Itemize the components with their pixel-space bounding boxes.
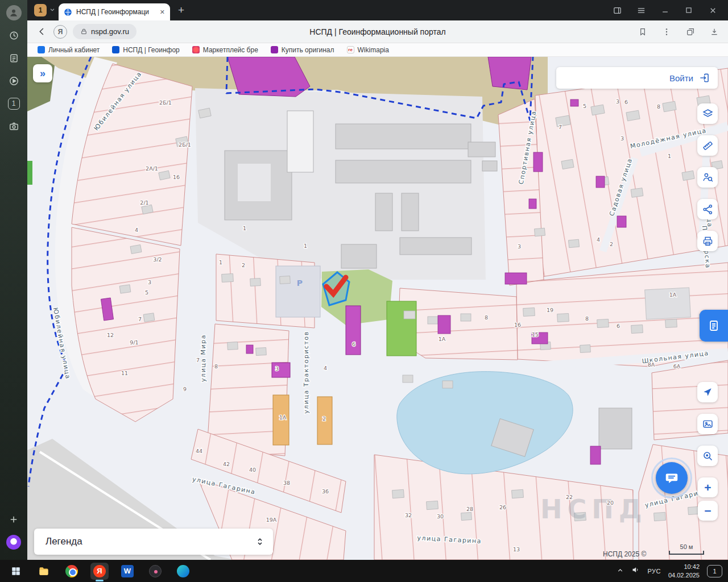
special-building — [596, 176, 605, 188]
building — [534, 228, 545, 236]
map-tools-bottom — [697, 382, 718, 466]
chrome-browser-icon[interactable] — [63, 563, 81, 580]
file-explorer-icon[interactable] — [35, 563, 53, 580]
parcel-number-label: 4 — [597, 236, 600, 243]
bookmark-favicon — [112, 46, 119, 53]
parcel-number-label: 2/1 — [140, 199, 148, 206]
building — [561, 159, 574, 169]
notification-center-button[interactable]: 1 — [707, 565, 722, 577]
specialist-search-button[interactable] — [697, 167, 718, 188]
bookmark-label: Маркетплейс бре — [203, 46, 258, 54]
notes-icon[interactable] — [4, 48, 23, 68]
building — [403, 375, 413, 383]
bookmark-item[interactable]: НСПД | Геоинфор — [112, 46, 179, 54]
add-panel-icon[interactable] — [4, 510, 23, 529]
browser-menu-icon[interactable] — [629, 0, 653, 20]
side-panel-icon[interactable] — [605, 0, 629, 20]
legend-panel[interactable]: Легенда — [34, 529, 273, 555]
start-button[interactable] — [7, 563, 25, 580]
building — [597, 319, 609, 327]
building — [654, 512, 666, 521]
bookmark-item[interactable]: Маркетплейс бре — [192, 46, 258, 54]
bookmark-item[interactable]: re Wikimapia — [347, 46, 389, 54]
chat-button[interactable] — [656, 462, 688, 494]
window-maximize-button[interactable] — [677, 0, 701, 20]
tab-title: НСПД | Геоинформаци — [76, 8, 156, 16]
edge-browser-icon[interactable] — [174, 563, 192, 580]
my-location-button[interactable] — [697, 382, 718, 402]
alice-assistant-icon[interactable] — [4, 533, 23, 552]
clock-date: 04.02.2025 — [668, 571, 700, 579]
browser-toolbar: Я nspd.gov.ru НСПД | Геоинформационный п… — [27, 20, 728, 43]
special-building — [533, 152, 543, 172]
address-bar[interactable]: nspd.gov.ru — [73, 24, 136, 39]
volume-icon[interactable] — [631, 566, 640, 576]
collections-icon[interactable] — [681, 23, 700, 41]
tab-close-icon[interactable]: ✕ — [160, 9, 165, 16]
dark-app-icon[interactable] — [146, 563, 164, 580]
tab-favicon — [64, 8, 72, 16]
yandex-button[interactable]: Я — [53, 25, 67, 39]
bookmark-label: Личный кабинет — [48, 46, 100, 54]
tray-expand-icon[interactable] — [617, 566, 624, 576]
url-text: nspd.gov.ru — [91, 27, 129, 36]
parcel-number-label: 1А — [279, 414, 287, 421]
window-close-button[interactable] — [701, 0, 725, 20]
zoom-out-button[interactable]: − — [698, 501, 718, 521]
extensions-menu-icon[interactable] — [657, 23, 676, 41]
parcel-number-label: 26 — [499, 504, 506, 510]
clock[interactable]: 10:42 04.02.2025 — [668, 563, 700, 579]
parcel-number-label: 20 — [607, 500, 614, 506]
profile-avatar[interactable] — [4, 3, 23, 22]
feedback-panel-tab[interactable] — [700, 310, 728, 342]
parcel-number-label: 5 — [145, 289, 148, 296]
login-bar[interactable]: Войти — [556, 67, 718, 89]
parcel-number-label: 11 — [121, 370, 128, 376]
tab-group-chevron-icon[interactable] — [49, 5, 55, 15]
building — [280, 276, 291, 284]
parcel-number-label: 8 — [485, 314, 488, 321]
building — [228, 342, 238, 350]
yandex-browser-icon[interactable]: Я — [90, 563, 109, 580]
media-play-icon[interactable] — [4, 71, 23, 90]
building — [626, 110, 640, 121]
bookmark-item[interactable]: Купить оригинал — [271, 46, 334, 54]
bookmark-label: НСПД | Геоинфор — [123, 46, 179, 54]
building — [665, 319, 677, 327]
map-viewport: НСПД Юбилейная улицаЮбилейная улицаулица… — [27, 57, 728, 560]
bookmark-flag-icon[interactable] — [634, 23, 652, 41]
parcel-number-label: 3 — [148, 279, 151, 285]
screenshot-icon[interactable] — [4, 117, 23, 136]
parcel-number-label: 40 — [249, 467, 256, 473]
zoom-in-button[interactable]: + — [698, 477, 718, 497]
panorama-button[interactable] — [697, 414, 718, 434]
special-building — [505, 273, 527, 284]
layers-button[interactable] — [697, 103, 718, 124]
active-tab[interactable]: НСПД | Геоинформаци ✕ — [59, 3, 170, 20]
language-indicator[interactable]: РУС — [647, 568, 661, 575]
building — [568, 239, 579, 248]
history-icon[interactable] — [4, 26, 23, 45]
tabs-counter[interactable]: 1 — [4, 94, 23, 113]
window-minimize-button[interactable] — [653, 0, 677, 20]
share-button[interactable] — [697, 199, 718, 219]
parcel-number-label: 8А — [648, 361, 655, 368]
parcel-number-label: 6А — [673, 363, 681, 369]
word-icon[interactable]: W — [118, 563, 136, 580]
expand-sidebar-button[interactable]: » — [33, 64, 52, 82]
map-canvas[interactable]: НСПД Юбилейная улицаЮбилейная улицаулица… — [27, 57, 728, 560]
print-button[interactable] — [697, 231, 718, 251]
building — [512, 489, 524, 498]
back-button[interactable] — [33, 23, 50, 40]
building — [663, 101, 676, 112]
new-tab-button[interactable]: + — [178, 4, 184, 16]
parcel-number-label: 2Б/1 — [179, 142, 191, 148]
parcel-number-label: 1 — [304, 243, 307, 249]
bookmark-item[interactable]: Личный кабинет — [38, 46, 100, 54]
building — [631, 188, 643, 198]
tab-group-chip[interactable]: 1 — [34, 4, 47, 16]
downloads-icon[interactable] — [705, 23, 723, 41]
parcel-number-label: 3/2 — [153, 256, 162, 263]
measure-ruler-button[interactable] — [697, 135, 718, 156]
search-on-map-button[interactable] — [697, 446, 718, 466]
